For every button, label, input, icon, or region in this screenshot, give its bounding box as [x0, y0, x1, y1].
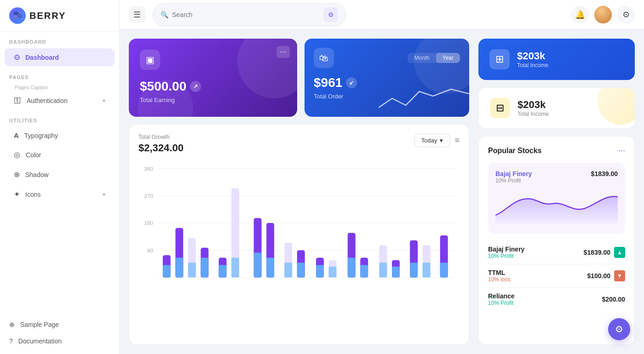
sidebar-item-color[interactable]: ◎ Color: [5, 146, 115, 164]
sample-page-icon: ⊕: [9, 321, 15, 328]
svg-text:360: 360: [144, 166, 153, 171]
header-right: 🔔 ⚙: [571, 6, 635, 23]
order-badge: ↙: [346, 77, 357, 88]
sidebar-item-sample-page[interactable]: ⊕ Sample Page: [5, 316, 115, 333]
stock-name-0: Bajaj Finery: [488, 246, 524, 253]
sidebar-item-authentication[interactable]: ⚿ Authentication ▾: [5, 92, 115, 109]
menu-button[interactable]: ☰: [129, 6, 145, 23]
chevron-down-icon: ▾: [103, 97, 105, 104]
svg-rect-44: [423, 263, 431, 277]
card-income-blue: ⊞ $203k Total Income: [478, 39, 635, 80]
sidebar-item-icons[interactable]: ✦ Icons ▾: [5, 185, 115, 203]
growth-header: Total Growth $2,324.00 Today ▾ ≡: [138, 134, 460, 154]
authentication-icon: ⚿: [14, 97, 21, 105]
sidebar-item-label: Color: [26, 151, 41, 159]
stock-profit-1: 10% loss: [488, 276, 511, 283]
sidebar-bottom: ⊕ Sample Page ? Documentation: [0, 312, 119, 354]
dashboard-icon: ⊙: [14, 53, 20, 62]
sidebar-item-shadow[interactable]: ⊗ Shadow: [5, 166, 115, 183]
stock-right-0: $1839.00 ▲: [584, 247, 625, 258]
sidebar-item-label: Sample Page: [20, 321, 59, 328]
income-blue-amount: $203k: [517, 50, 548, 62]
sidebar-item-label: Shadow: [25, 171, 49, 178]
stock-name-2: Reliance: [488, 292, 515, 300]
svg-rect-38: [380, 263, 387, 277]
sidebar-item-label: Dashboard: [25, 54, 59, 61]
earning-badge: ↗: [190, 81, 201, 92]
sidebar-item-label: Icons: [25, 191, 40, 198]
chevron-down-icon: ▾: [440, 137, 443, 144]
chevron-down-icon: ▾: [103, 191, 105, 198]
stock-price-1: $100.00: [587, 272, 610, 280]
earning-card-icon: ▣: [140, 50, 160, 70]
sidebar-section-dashboard: Dashboard: [0, 32, 119, 47]
svg-rect-46: [440, 263, 448, 277]
growth-amount: $2,324.00: [138, 142, 184, 154]
income-blue-icon: ⊞: [489, 49, 510, 69]
svg-rect-40: [392, 267, 400, 278]
filter-button[interactable]: ⚙: [323, 7, 338, 22]
stock-list-item: TTML 10% loss $100.00 ▼: [488, 264, 625, 288]
sidebar-item-label: Documentation: [18, 337, 62, 345]
svg-rect-32: [329, 267, 337, 278]
svg-rect-42: [410, 263, 418, 277]
settings-button[interactable]: ⚙: [617, 6, 635, 23]
card-total-order: 🛍 Month Year $961 ↙ Total Order: [305, 39, 469, 117]
stock-list-item: Bajaj Finery 10% Profit $1839.00 ▲: [488, 241, 625, 264]
sidebar-item-dashboard[interactable]: ⊙ Dashboard: [5, 48, 115, 66]
svg-rect-16: [201, 257, 208, 277]
menu-icon: ☰: [133, 10, 141, 20]
avatar-image: [594, 6, 612, 23]
earning-card-more-button[interactable]: ···: [276, 46, 290, 58]
notification-button[interactable]: 🔔: [571, 6, 589, 23]
sidebar-section-pages-caption: Pages Caption: [0, 83, 119, 91]
card-total-earning: ▣ ··· $500.00 ↗ Total Earning: [129, 39, 297, 117]
svg-text:270: 270: [144, 193, 153, 199]
avatar[interactable]: [594, 6, 612, 23]
svg-rect-28: [297, 263, 305, 277]
growth-label: Total Growth: [138, 134, 184, 140]
sidebar-item-typography[interactable]: A Typography: [5, 127, 115, 144]
svg-rect-34: [348, 257, 356, 277]
stock-price-2: $200.00: [602, 296, 625, 303]
income-yellow-icon: ⊟: [490, 98, 510, 118]
stock-profit-0: 10% Profit: [488, 253, 524, 259]
sidebar-item-documentation[interactable]: ? Documentation: [5, 333, 115, 349]
stocks-more-button[interactable]: ···: [618, 146, 625, 155]
order-chart: [379, 80, 469, 117]
typography-icon: A: [14, 131, 19, 139]
card-income-yellow: ⊟ $203k Total Income: [478, 87, 635, 129]
svg-rect-30: [316, 265, 324, 278]
featured-stock-price: $1839.00: [591, 170, 618, 184]
toggle-year[interactable]: Year: [436, 53, 460, 63]
stock-right-1: $100.00 ▼: [587, 270, 625, 281]
today-label: Today: [421, 137, 437, 144]
sidebar-item-label: Authentication: [27, 97, 68, 104]
fab-icon: ⚙: [615, 324, 623, 335]
growth-card: Total Growth $2,324.00 Today ▾ ≡: [129, 124, 469, 345]
stock-name-1: TTML: [488, 269, 511, 276]
stock-profit-2: 10% Profit: [488, 300, 515, 306]
settings-icon: ⚙: [622, 10, 630, 20]
fab-button[interactable]: ⚙: [608, 318, 630, 340]
svg-text:90: 90: [147, 247, 153, 253]
sidebar: 🫐 BERRY Dashboard ⊙ Dashboard Pages Page…: [0, 0, 120, 354]
sidebar-section-utilities: Utilities: [0, 110, 119, 126]
search-bar: 🔍 ⚙: [153, 3, 346, 26]
search-input[interactable]: [172, 11, 320, 18]
svg-rect-18: [219, 265, 227, 278]
growth-more-button[interactable]: ≡: [454, 136, 460, 145]
toggle-month[interactable]: Month: [408, 53, 436, 63]
documentation-icon: ?: [9, 337, 13, 345]
main-panel: ▣ ··· $500.00 ↗ Total Earning 🛍 Month Ye…: [129, 39, 469, 345]
stocks-title: Popular Stocks: [488, 147, 541, 155]
stocks-header: Popular Stocks ···: [488, 146, 625, 155]
order-toggle: Month Year: [408, 53, 460, 63]
main-area: ☰ 🔍 ⚙ 🔔 ⚙: [120, 0, 644, 354]
stock-chart-header: Bajaj Finery 10% Profit $1839.00: [495, 170, 618, 184]
featured-stock-name: Bajaj Finery: [495, 170, 532, 177]
income-yellow-amount: $203k: [518, 99, 549, 111]
growth-today-button[interactable]: Today ▾: [414, 134, 450, 147]
stock-badge-up-0: ▲: [614, 247, 625, 258]
svg-rect-20: [231, 257, 239, 277]
